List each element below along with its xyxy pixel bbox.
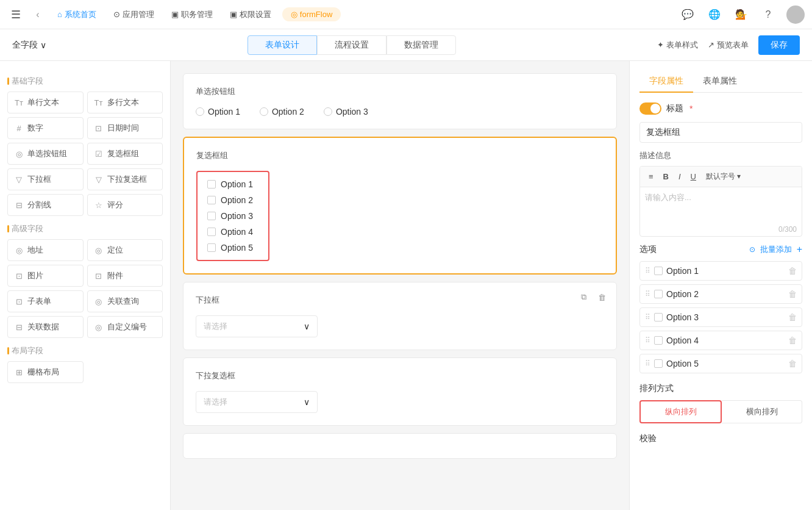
help-icon[interactable]: 💁: [733, 6, 750, 23]
italic-button[interactable]: I: [675, 171, 685, 182]
copy-block-button[interactable]: ⧉: [576, 290, 591, 304]
field-subtable[interactable]: ⊡ 子表单: [7, 290, 84, 312]
field-address[interactable]: ◎ 地址: [7, 239, 84, 261]
desc-toolbar: ≡ B I U 默认字号 ▾: [640, 167, 802, 187]
field-multi-text[interactable]: Tт 多行文本: [87, 92, 163, 113]
batch-add-label[interactable]: 批量添加: [760, 244, 792, 255]
dropdown-arrow-icon: ∨: [304, 321, 310, 331]
bold-button[interactable]: B: [660, 171, 672, 182]
style-icon: ✦: [657, 40, 664, 49]
app-icon: ⊙: [113, 10, 120, 19]
panel-tab-form[interactable]: 表单属性: [693, 71, 747, 93]
chevron-down-icon: ∨: [40, 40, 46, 50]
nav-right: 💬 🌐 💁 ?: [679, 5, 805, 24]
preview-icon: ↗: [708, 40, 714, 49]
avatar[interactable]: [786, 5, 805, 24]
field-divider[interactable]: ⊟ 分割线: [7, 194, 84, 216]
field-attachment[interactable]: ⊡ 附件: [87, 265, 163, 287]
batch-add-icon: ⊙: [749, 245, 755, 254]
checkbox-option-2[interactable]: Option 2: [207, 195, 258, 205]
option-text-2: Option 2: [666, 289, 785, 299]
underline-button[interactable]: U: [687, 171, 700, 182]
panel-tab-field[interactable]: 字段属性: [639, 71, 693, 93]
radio-option-3[interactable]: Option 3: [324, 107, 368, 117]
desc-textarea-wrap: 请输入内容... 0/300: [640, 187, 802, 236]
option-checkbox-4: [654, 336, 663, 345]
checkbox-group-block: 复选框组 Option 1 Option 2 Option 3: [183, 137, 617, 275]
option-delete-5[interactable]: 🗑: [788, 359, 797, 368]
dropdown-icon: ▽: [14, 175, 24, 184]
delete-block-button[interactable]: 🗑: [594, 290, 609, 304]
drag-handle-4[interactable]: ⠿: [645, 336, 650, 345]
option-delete-4[interactable]: 🗑: [788, 336, 797, 345]
font-button[interactable]: 默认字号 ▾: [702, 170, 744, 183]
field-grid-layout[interactable]: ⊞ 栅格布局: [7, 361, 84, 383]
field-number[interactable]: # 数字: [7, 117, 84, 139]
checkbox-option-5[interactable]: Option 5: [207, 243, 258, 253]
tab-form-design[interactable]: 表单设计: [248, 35, 317, 55]
desc-count: 0/300: [778, 225, 797, 234]
checkbox-option-4[interactable]: Option 4: [207, 227, 258, 237]
checkbox-option-1[interactable]: Option 1: [207, 179, 258, 189]
globe-icon[interactable]: 🌐: [706, 6, 723, 23]
chat-icon[interactable]: 💬: [679, 6, 696, 23]
add-option-icon[interactable]: +: [797, 244, 802, 255]
dropdown-multi-select[interactable]: 请选择 ∨: [196, 391, 318, 413]
form-style-action[interactable]: ✦ 表单样式: [657, 40, 698, 51]
field-single-text[interactable]: Tт 单行文本: [7, 92, 84, 113]
image-icon: ⊡: [14, 271, 24, 281]
field-related-query[interactable]: ◎ 关联查询: [87, 290, 163, 312]
question-icon[interactable]: ?: [760, 6, 777, 23]
option-checkbox-3: [654, 313, 663, 321]
field-rating[interactable]: ☆ 评分: [87, 194, 163, 216]
toggle-switch[interactable]: [639, 102, 661, 115]
tab-data[interactable]: 数据管理: [386, 35, 456, 55]
field-checkbox[interactable]: ☑ 复选框组: [87, 143, 163, 165]
checkbox-group-inner: Option 1 Option 2 Option 3 Option 4: [196, 171, 269, 261]
panel-tabs: 字段属性 表单属性: [639, 71, 802, 93]
nav-tab-app[interactable]: ⊙ 应用管理: [107, 7, 160, 23]
drag-handle-1[interactable]: ⠿: [645, 267, 650, 275]
drag-handle-5[interactable]: ⠿: [645, 359, 650, 368]
align-button[interactable]: ≡: [645, 171, 657, 182]
dropdown-select[interactable]: 请选择 ∨: [196, 315, 318, 337]
field-selector[interactable]: 全字段 ∨: [12, 40, 46, 51]
radio-option-2[interactable]: Option 2: [260, 107, 304, 117]
option-delete-2[interactable]: 🗑: [788, 289, 797, 299]
drag-handle-3[interactable]: ⠿: [645, 313, 650, 321]
sort-horizontal-button[interactable]: 横向排列: [722, 400, 802, 423]
field-name-input[interactable]: [639, 122, 802, 143]
preview-form-action[interactable]: ↗ 预览表单: [708, 40, 749, 51]
option-delete-1[interactable]: 🗑: [788, 266, 797, 276]
drag-handle-2[interactable]: ⠿: [645, 290, 650, 298]
nav-tab-formflow[interactable]: ◎ formFlow: [282, 7, 341, 21]
field-dropdown[interactable]: ▽ 下拉框: [7, 168, 84, 190]
nav-tab-perm[interactable]: ▣ 权限设置: [224, 7, 277, 23]
field-image[interactable]: ⊡ 图片: [7, 265, 84, 287]
option-delete-3[interactable]: 🗑: [788, 312, 797, 322]
nav-tab-job[interactable]: ▣ 职务管理: [165, 7, 219, 23]
sort-vertical-button[interactable]: 纵向排列: [639, 400, 722, 423]
layout-fields-grid: ⊞ 栅格布局: [7, 361, 163, 383]
sort-title: 排列方式: [639, 383, 802, 394]
field-location[interactable]: ◎ 定位: [87, 239, 163, 261]
checkbox-option-3[interactable]: Option 3: [207, 211, 258, 221]
radio-circle-3: [324, 107, 332, 116]
nav-tab-home[interactable]: ⌂ 系统首页: [51, 7, 102, 23]
field-related-data[interactable]: ⊟ 关联数据: [7, 316, 84, 338]
radio-option-1[interactable]: Option 1: [196, 107, 240, 117]
checkbox-box-2: [207, 196, 216, 204]
option-row-5: ⠿ Option 5 🗑: [639, 354, 802, 373]
field-dropdown-multi[interactable]: ▽ 下拉复选框: [87, 168, 163, 190]
field-radio[interactable]: ◎ 单选按钮组: [7, 143, 84, 165]
menu-icon[interactable]: ☰: [7, 6, 24, 23]
dropdown-title: 下拉框: [196, 295, 604, 306]
field-custom-num[interactable]: ◎ 自定义编号: [87, 316, 163, 338]
option-row-2: ⠿ Option 2 🗑: [639, 284, 802, 304]
back-icon[interactable]: ‹: [29, 6, 46, 23]
save-button[interactable]: 保存: [758, 35, 800, 55]
tab-process[interactable]: 流程设置: [317, 35, 386, 55]
field-datetime[interactable]: ⊡ 日期时间: [87, 117, 163, 139]
related-query-icon: ◎: [94, 297, 104, 306]
formflow-icon: ◎: [291, 10, 297, 19]
